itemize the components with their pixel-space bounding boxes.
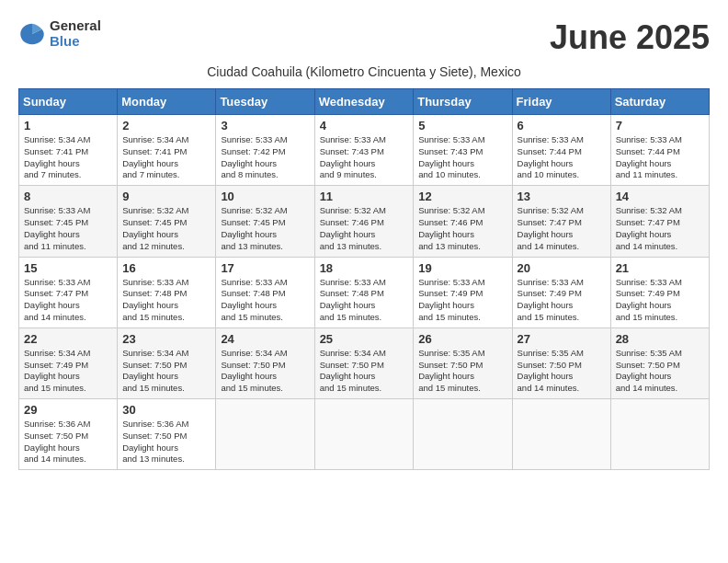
month-title: June 2025 xyxy=(550,18,710,57)
calendar-cell: 16 Sunrise: 5:33 AM Sunset: 7:48 PM Dayl… xyxy=(118,257,216,327)
day-info: Sunrise: 5:35 AM Sunset: 7:50 PM Dayligh… xyxy=(418,348,506,395)
day-number: 4 xyxy=(320,119,409,132)
calendar-week-row: 22 Sunrise: 5:34 AM Sunset: 7:49 PM Dayl… xyxy=(19,327,710,398)
calendar-header-sunday: Sunday xyxy=(19,89,118,115)
day-number: 29 xyxy=(24,403,112,417)
day-number: 1 xyxy=(24,119,112,132)
calendar-cell: 9 Sunrise: 5:32 AM Sunset: 7:45 PM Dayli… xyxy=(118,186,216,257)
day-number: 19 xyxy=(418,261,506,275)
day-info: Sunrise: 5:32 AM Sunset: 7:46 PM Dayligh… xyxy=(320,205,409,252)
calendar-cell: 8 Sunrise: 5:33 AM Sunset: 7:45 PM Dayli… xyxy=(19,186,118,257)
day-info: Sunrise: 5:32 AM Sunset: 7:47 PM Dayligh… xyxy=(616,205,704,252)
day-number: 3 xyxy=(221,119,309,132)
logo-general-text: General xyxy=(50,18,101,34)
day-info: Sunrise: 5:33 AM Sunset: 7:49 PM Dayligh… xyxy=(418,277,506,324)
calendar-header-wednesday: Wednesday xyxy=(314,89,414,115)
calendar-cell: 29 Sunrise: 5:36 AM Sunset: 7:50 PM Dayl… xyxy=(19,399,118,470)
calendar-cell: 26 Sunrise: 5:35 AM Sunset: 7:50 PM Dayl… xyxy=(414,327,512,398)
calendar-cell: 12 Sunrise: 5:32 AM Sunset: 7:46 PM Dayl… xyxy=(414,186,512,257)
logo-text: General Blue xyxy=(50,18,101,49)
calendar-cell: 1 Sunrise: 5:34 AM Sunset: 7:41 PM Dayli… xyxy=(19,115,118,186)
calendar-cell: 11 Sunrise: 5:32 AM Sunset: 7:46 PM Dayl… xyxy=(314,186,414,257)
day-info: Sunrise: 5:33 AM Sunset: 7:49 PM Dayligh… xyxy=(616,277,704,324)
day-info: Sunrise: 5:32 AM Sunset: 7:46 PM Dayligh… xyxy=(418,205,506,252)
calendar-cell: 27 Sunrise: 5:35 AM Sunset: 7:50 PM Dayl… xyxy=(512,327,610,398)
calendar-cell: 7 Sunrise: 5:33 AM Sunset: 7:44 PM Dayli… xyxy=(610,115,709,186)
logo-icon xyxy=(18,20,46,48)
calendar-cell xyxy=(512,399,610,470)
day-info: Sunrise: 5:34 AM Sunset: 7:41 PM Dayligh… xyxy=(24,134,112,181)
day-info: Sunrise: 5:35 AM Sunset: 7:50 PM Dayligh… xyxy=(616,348,704,395)
calendar-cell xyxy=(610,399,709,470)
day-number: 17 xyxy=(221,261,309,275)
calendar-cell: 17 Sunrise: 5:33 AM Sunset: 7:48 PM Dayl… xyxy=(216,257,314,327)
day-number: 22 xyxy=(24,332,112,346)
day-number: 15 xyxy=(24,261,112,275)
calendar-cell: 18 Sunrise: 5:33 AM Sunset: 7:48 PM Dayl… xyxy=(314,257,414,327)
day-info: Sunrise: 5:32 AM Sunset: 7:47 PM Dayligh… xyxy=(518,205,606,252)
location-title: Ciudad Coahuila (Kilometro Cincuenta y S… xyxy=(18,64,710,79)
calendar-header-tuesday: Tuesday xyxy=(216,89,314,115)
day-number: 11 xyxy=(320,190,409,203)
calendar-header-thursday: Thursday xyxy=(414,89,512,115)
day-info: Sunrise: 5:33 AM Sunset: 7:44 PM Dayligh… xyxy=(616,134,704,181)
calendar-cell: 4 Sunrise: 5:33 AM Sunset: 7:43 PM Dayli… xyxy=(314,115,414,186)
day-info: Sunrise: 5:33 AM Sunset: 7:48 PM Dayligh… xyxy=(320,277,409,324)
day-number: 21 xyxy=(616,261,704,275)
day-info: Sunrise: 5:34 AM Sunset: 7:50 PM Dayligh… xyxy=(320,348,409,395)
logo-blue-text: Blue xyxy=(50,34,101,50)
calendar-cell: 21 Sunrise: 5:33 AM Sunset: 7:49 PM Dayl… xyxy=(610,257,709,327)
calendar-week-row: 1 Sunrise: 5:34 AM Sunset: 7:41 PM Dayli… xyxy=(19,115,710,186)
day-info: Sunrise: 5:33 AM Sunset: 7:47 PM Dayligh… xyxy=(24,277,112,324)
day-info: Sunrise: 5:33 AM Sunset: 7:45 PM Dayligh… xyxy=(24,205,112,252)
calendar-cell xyxy=(414,399,512,470)
day-number: 16 xyxy=(122,261,210,275)
day-info: Sunrise: 5:33 AM Sunset: 7:44 PM Dayligh… xyxy=(518,134,606,181)
day-number: 25 xyxy=(320,332,409,346)
day-info: Sunrise: 5:34 AM Sunset: 7:50 PM Dayligh… xyxy=(221,348,309,395)
calendar-cell: 15 Sunrise: 5:33 AM Sunset: 7:47 PM Dayl… xyxy=(19,257,118,327)
day-info: Sunrise: 5:36 AM Sunset: 7:50 PM Dayligh… xyxy=(24,419,112,465)
day-info: Sunrise: 5:33 AM Sunset: 7:48 PM Dayligh… xyxy=(221,277,309,324)
header: General Blue June 2025 xyxy=(18,18,710,57)
calendar-cell xyxy=(314,399,414,470)
day-info: Sunrise: 5:35 AM Sunset: 7:50 PM Dayligh… xyxy=(518,348,606,395)
calendar-cell: 19 Sunrise: 5:33 AM Sunset: 7:49 PM Dayl… xyxy=(414,257,512,327)
day-number: 5 xyxy=(418,119,506,132)
day-number: 2 xyxy=(122,119,210,132)
calendar-cell: 2 Sunrise: 5:34 AM Sunset: 7:41 PM Dayli… xyxy=(118,115,216,186)
day-info: Sunrise: 5:33 AM Sunset: 7:48 PM Dayligh… xyxy=(122,277,210,324)
day-number: 9 xyxy=(122,190,210,203)
day-number: 8 xyxy=(24,190,112,203)
calendar-cell: 30 Sunrise: 5:36 AM Sunset: 7:50 PM Dayl… xyxy=(118,399,216,470)
day-info: Sunrise: 5:34 AM Sunset: 7:50 PM Dayligh… xyxy=(122,348,210,395)
day-info: Sunrise: 5:33 AM Sunset: 7:42 PM Dayligh… xyxy=(221,134,309,181)
day-number: 30 xyxy=(122,403,210,417)
calendar-cell: 3 Sunrise: 5:33 AM Sunset: 7:42 PM Dayli… xyxy=(216,115,314,186)
calendar-header-friday: Friday xyxy=(512,89,610,115)
calendar-cell xyxy=(216,399,314,470)
day-info: Sunrise: 5:32 AM Sunset: 7:45 PM Dayligh… xyxy=(221,205,309,252)
day-number: 12 xyxy=(418,190,506,203)
day-number: 24 xyxy=(221,332,309,346)
day-info: Sunrise: 5:33 AM Sunset: 7:43 PM Dayligh… xyxy=(418,134,506,181)
title-section: June 2025 xyxy=(550,18,710,57)
day-info: Sunrise: 5:32 AM Sunset: 7:45 PM Dayligh… xyxy=(122,205,210,252)
day-number: 20 xyxy=(518,261,606,275)
day-info: Sunrise: 5:33 AM Sunset: 7:43 PM Dayligh… xyxy=(320,134,409,181)
calendar-cell: 10 Sunrise: 5:32 AM Sunset: 7:45 PM Dayl… xyxy=(216,186,314,257)
calendar-cell: 14 Sunrise: 5:32 AM Sunset: 7:47 PM Dayl… xyxy=(610,186,709,257)
day-info: Sunrise: 5:33 AM Sunset: 7:49 PM Dayligh… xyxy=(518,277,606,324)
calendar-cell: 20 Sunrise: 5:33 AM Sunset: 7:49 PM Dayl… xyxy=(512,257,610,327)
logo: General Blue xyxy=(18,18,101,49)
calendar-cell: 24 Sunrise: 5:34 AM Sunset: 7:50 PM Dayl… xyxy=(216,327,314,398)
calendar-header-saturday: Saturday xyxy=(610,89,709,115)
calendar-cell: 22 Sunrise: 5:34 AM Sunset: 7:49 PM Dayl… xyxy=(19,327,118,398)
calendar-week-row: 15 Sunrise: 5:33 AM Sunset: 7:47 PM Dayl… xyxy=(19,257,710,327)
day-number: 7 xyxy=(616,119,704,132)
day-info: Sunrise: 5:36 AM Sunset: 7:50 PM Dayligh… xyxy=(122,419,210,465)
calendar-week-row: 8 Sunrise: 5:33 AM Sunset: 7:45 PM Dayli… xyxy=(19,186,710,257)
calendar-cell: 6 Sunrise: 5:33 AM Sunset: 7:44 PM Dayli… xyxy=(512,115,610,186)
day-number: 14 xyxy=(616,190,704,203)
day-number: 18 xyxy=(320,261,409,275)
